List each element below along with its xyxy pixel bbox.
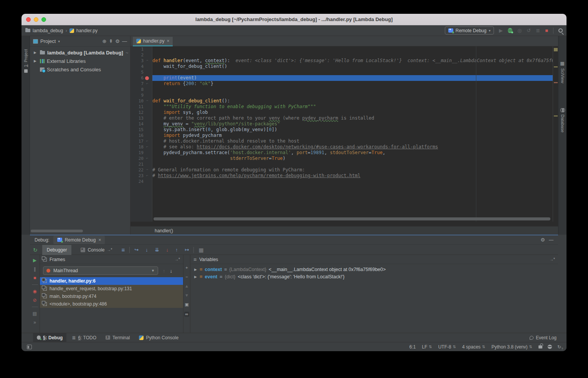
pause-icon[interactable]: ∥ — [34, 267, 36, 271]
fold-end-icon[interactable]: ⌐ — [146, 139, 148, 143]
code-line[interactable]: """Utility function to enable debugging … — [152, 104, 553, 110]
stack-frame-row[interactable]: <module>, bootstrap.py:486 — [40, 300, 183, 308]
tab-debugger[interactable]: Debugger — [42, 245, 72, 255]
update-check-icon[interactable]: ↻ — [557, 344, 561, 350]
gutter-line[interactable]: 18⌐ — [130, 144, 152, 150]
gutter-line[interactable]: 1 — [130, 46, 152, 52]
close-icon[interactable]: × — [98, 237, 101, 243]
gutter-marker-slot[interactable]: − — [144, 98, 151, 104]
expand-arrow-icon[interactable]: ▶ — [34, 59, 38, 63]
concurrency-icon[interactable]: ≣ — [536, 28, 540, 33]
error-stripe[interactable] — [553, 46, 558, 222]
event-log-button[interactable]: Event Log — [530, 335, 567, 340]
duplicate-watch-icon[interactable]: ▣ — [185, 302, 188, 307]
mute-breakpoints-icon[interactable]: ⊘ — [33, 298, 36, 302]
code-line[interactable] — [152, 87, 553, 92]
expand-arrow-icon[interactable]: ▶ — [194, 268, 197, 271]
editor-code[interactable]: def handler(event, context): event: <cla… — [152, 46, 553, 222]
tree-item-scratches[interactable]: ▶Scratches and Consoles — [30, 65, 130, 74]
gutter-marker-slot[interactable] — [144, 104, 151, 110]
code-line[interactable]: # General information on remote debuggin… — [152, 167, 553, 173]
tab-handler-py[interactable]: handler.py × — [133, 37, 173, 46]
gutter-marker-slot[interactable]: ⌐ — [144, 156, 151, 161]
gutter-marker-slot[interactable] — [144, 179, 151, 184]
toolwindow-tab-terminal[interactable]: Terminal — [102, 333, 134, 342]
gutter-marker-slot[interactable]: − — [144, 58, 151, 64]
execution-line[interactable]: print(event) — [152, 75, 553, 81]
step-into-my-code-icon[interactable]: ↓ — [166, 247, 168, 253]
stop-icon[interactable]: ■ — [33, 276, 36, 280]
pin-icon[interactable]: →* — [550, 257, 555, 261]
variable-row[interactable]: ▶≡context={LambdaContext}<__main__.Lambd… — [190, 266, 558, 273]
step-out-icon[interactable]: ↑ — [175, 247, 178, 253]
pin-icon[interactable]: →* — [107, 248, 112, 252]
previous-frame-icon[interactable]: ↑ — [163, 268, 165, 274]
gutter-marker-slot[interactable] — [144, 46, 151, 52]
run-icon[interactable]: ▶ — [499, 28, 503, 33]
code-line[interactable] — [152, 179, 553, 184]
next-frame-icon[interactable]: ↓ — [170, 268, 173, 274]
gutter-line[interactable]: 5 — [130, 69, 152, 75]
code-line[interactable]: wait_for_debug_client() — [152, 64, 553, 69]
hide-panel-icon[interactable]: — — [549, 237, 553, 243]
toolwindow-tab-todo[interactable]: ≣6: TODO — [68, 333, 100, 342]
fold-end-icon[interactable]: ⌐ — [146, 81, 148, 85]
code-line[interactable] — [152, 161, 553, 167]
gutter-line[interactable]: 8 — [130, 87, 152, 92]
code-line[interactable]: # host.docker.internal should resolve to… — [152, 138, 553, 144]
editor-body[interactable]: 123−4567⌐8910−11121314151617⌐18⌐1920⌐212… — [130, 46, 558, 222]
gutter-line[interactable]: 12 — [130, 110, 152, 115]
fold-start-icon[interactable]: − — [146, 58, 148, 62]
gutter-marker-slot[interactable] — [144, 133, 151, 138]
gutter-marker-slot[interactable]: ⌐ — [144, 138, 151, 144]
more-icon[interactable]: » — [33, 320, 36, 325]
toolwindow-tab-python-console[interactable]: Python Console — [135, 333, 182, 342]
force-step-into-icon[interactable]: ⇊ — [155, 247, 159, 253]
tab-console[interactable]: Console →* — [76, 245, 117, 255]
run-config-selector[interactable]: Remote Debug ▾ — [445, 26, 494, 35]
code-line[interactable]: # https://www.jetbrains.com/help/pycharm… — [152, 173, 553, 179]
gutter-line[interactable]: 20⌐ — [130, 156, 152, 161]
fold-end-icon[interactable]: ⌐ — [146, 173, 148, 177]
view-breakpoints-icon[interactable]: ◉ — [33, 289, 36, 294]
gutter-line[interactable]: 11 — [130, 104, 152, 110]
code-line[interactable]: def wait_for_debug_client(): — [152, 98, 553, 104]
fold-start-icon[interactable]: − — [146, 168, 148, 171]
reader-mode-icon[interactable] — [548, 345, 552, 349]
move-up-icon[interactable]: ▲ — [185, 284, 189, 288]
gutter-line[interactable]: 13 — [130, 115, 152, 121]
gutter-marker-slot[interactable] — [144, 127, 151, 133]
gutter-line[interactable]: 9 — [130, 92, 152, 98]
project-horizontal-scrollbar[interactable] — [31, 230, 83, 232]
editor-horizontal-scrollbar[interactable] — [154, 217, 550, 220]
code-line[interactable]: import sys, glob — [152, 110, 553, 115]
gutter-line[interactable]: 3− — [130, 58, 152, 64]
gutter-marker-slot[interactable] — [144, 110, 151, 115]
stack-frame-row[interactable]: handle_event_request, bootstrap.py:131 — [40, 285, 183, 293]
step-over-icon[interactable]: ↪ — [134, 247, 139, 253]
code-line[interactable]: pydevd_pycharm.settrace('host.docker.int… — [152, 150, 553, 156]
step-into-icon[interactable]: ↓ — [145, 247, 148, 253]
sidebar-item-database[interactable]: Database — [558, 97, 567, 143]
breadcrumb-project[interactable]: lambda_debug — [33, 28, 63, 33]
code-line[interactable]: def handler(event, context): event: <cla… — [152, 58, 553, 64]
gutter-line[interactable]: 19 — [130, 150, 152, 156]
gutter-marker-slot[interactable]: ⌐ — [144, 81, 151, 87]
code-line[interactable]: # see also: https://docs.docker.com/desk… — [152, 144, 553, 150]
code-line[interactable]: return {200: "ok"} — [152, 81, 553, 87]
locate-file-icon[interactable]: ⊕ — [102, 38, 107, 44]
tree-item-libraries[interactable]: ▶External Libraries — [30, 57, 130, 65]
status-segment[interactable]: Python 3.8 (venv)⇅ — [491, 344, 532, 350]
status-segment[interactable]: UTF-8⇅ — [438, 344, 456, 350]
close-icon[interactable]: × — [167, 38, 169, 44]
gutter-marker-slot[interactable]: ⌐ — [144, 173, 151, 179]
sidebar-item-project[interactable]: 1: Project — [21, 36, 30, 86]
expand-arrow-icon[interactable]: ▶ — [34, 51, 38, 54]
tab-remote-debug-session[interactable]: Remote Debug × — [53, 236, 105, 244]
stop-icon[interactable]: ■ — [545, 28, 548, 33]
gutter-marker-slot[interactable] — [144, 64, 151, 69]
gutter-line[interactable]: 7⌐ — [130, 81, 152, 87]
code-line[interactable]: import pydevd_pycharm — [152, 133, 553, 138]
stack-frame-row[interactable]: handler, handler.py:6 — [40, 277, 183, 285]
gutter-line[interactable]: 17⌐ — [130, 138, 152, 144]
